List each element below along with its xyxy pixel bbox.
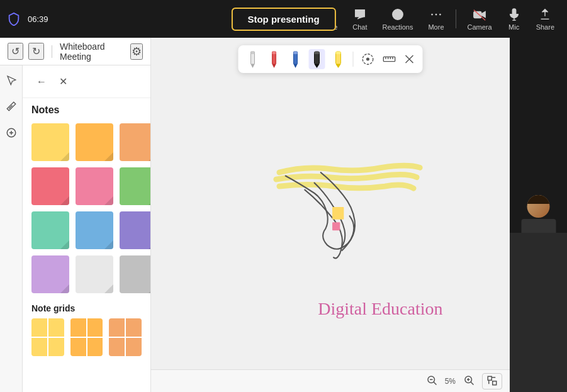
- nav-camera-button[interactable]: Camera: [461, 4, 498, 35]
- camera-view: [510, 38, 567, 392]
- nav-mic-button[interactable]: Mic: [501, 4, 527, 35]
- svg-rect-22: [272, 52, 276, 54]
- note-teal[interactable]: [31, 211, 69, 249]
- note-gray[interactable]: [120, 255, 150, 293]
- ruler-button[interactable]: [381, 51, 398, 67]
- notes-grid: [23, 118, 150, 298]
- stop-presenting-button[interactable]: Stop presenting: [231, 8, 335, 31]
- svg-rect-28: [315, 52, 320, 54]
- select-tool-button[interactable]: [3, 72, 20, 91]
- pen-tool-button[interactable]: [3, 98, 20, 117]
- svg-marker-21: [272, 64, 276, 68]
- notes-section-title: Notes: [23, 98, 150, 118]
- nav-more-label: More: [428, 23, 444, 31]
- yellow-marker-button[interactable]: [330, 49, 347, 69]
- svg-marker-27: [315, 64, 320, 68]
- note-pink[interactable]: [76, 167, 113, 205]
- nav-reactions-button[interactable]: Reactions: [376, 4, 420, 35]
- svg-rect-50: [488, 376, 491, 380]
- nav-share-button[interactable]: Share: [530, 4, 561, 35]
- nav-reactions-label: Reactions: [383, 23, 413, 31]
- redo-button[interactable]: ↻: [28, 43, 44, 60]
- svg-rect-19: [251, 52, 255, 54]
- grids-row: [23, 316, 150, 359]
- drawing-tools-bar: [239, 45, 423, 73]
- shield-icon: [6, 11, 21, 26]
- zoom-in-button[interactable]: [459, 373, 478, 389]
- note-blue[interactable]: [76, 211, 113, 249]
- blue-pencil-button[interactable]: [288, 49, 304, 69]
- note-gray-light[interactable]: [76, 255, 113, 293]
- zoom-bar: 5%: [151, 369, 510, 392]
- nav-chat-label: Chat: [352, 23, 367, 31]
- grid-item-yellow2[interactable]: [70, 318, 103, 356]
- right-panel: [510, 38, 567, 392]
- zoom-out-button[interactable]: [422, 373, 441, 389]
- grid-item-orange[interactable]: [109, 318, 142, 356]
- svg-line-49: [471, 382, 474, 385]
- nav-mic-label: Mic: [508, 23, 519, 31]
- svg-rect-8: [474, 11, 481, 18]
- lasso-select-button[interactable]: [360, 51, 376, 67]
- main-area: ↺ ↻ Whiteboard Meeting ⚙: [0, 38, 567, 392]
- note-lavender[interactable]: [31, 255, 69, 293]
- panel-scroll[interactable]: Notes Note grids: [23, 98, 150, 392]
- note-green[interactable]: [120, 167, 150, 205]
- digital-education-text: Digital Education: [318, 299, 442, 319]
- whiteboard-area: Digital Education 5%: [151, 38, 510, 392]
- svg-point-5: [431, 13, 433, 15]
- panel-back-button[interactable]: ←: [34, 74, 49, 90]
- meeting-title: Whiteboard Meeting: [60, 42, 125, 62]
- nav-share-label: Share: [536, 23, 554, 31]
- zoom-fit-button[interactable]: [482, 373, 502, 389]
- panel-toolbar: ← ✕: [0, 65, 150, 98]
- time-display: 06:39: [28, 14, 48, 24]
- svg-point-7: [439, 13, 441, 15]
- svg-point-6: [435, 13, 437, 15]
- svg-point-33: [367, 58, 369, 60]
- add-tool-button[interactable]: [3, 125, 20, 143]
- nav-chat-button[interactable]: Chat: [346, 4, 373, 35]
- settings-button[interactable]: ⚙: [130, 43, 143, 60]
- svg-rect-51: [493, 381, 497, 384]
- white-pencil-button[interactable]: [245, 49, 261, 69]
- toolbar-divider: [52, 45, 52, 58]
- svg-rect-34: [383, 57, 395, 61]
- black-marker-button[interactable]: [309, 49, 325, 69]
- nav-more-button[interactable]: More: [422, 4, 450, 35]
- svg-rect-42: [332, 222, 340, 230]
- top-bar-right: People Chat Reactions M: [310, 4, 561, 35]
- svg-marker-18: [251, 64, 255, 68]
- whiteboard-canvas[interactable]: Digital Education: [151, 38, 510, 369]
- nav-camera-label: Camera: [468, 23, 492, 31]
- svg-line-45: [434, 382, 437, 385]
- note-yellow-1[interactable]: [31, 123, 69, 161]
- svg-marker-30: [336, 64, 341, 68]
- grid-item-yellow[interactable]: [31, 318, 64, 356]
- undo-button[interactable]: ↺: [8, 43, 23, 60]
- note-grids-title: Note grids: [23, 298, 150, 316]
- red-pencil-button[interactable]: [266, 49, 283, 69]
- stop-presenting-wrap: Stop presenting: [231, 8, 335, 31]
- close-tools-button[interactable]: [403, 52, 417, 66]
- svg-rect-31: [336, 52, 341, 54]
- left-panel: ↺ ↻ Whiteboard Meeting ⚙: [0, 38, 151, 392]
- note-orange[interactable]: [120, 123, 150, 161]
- zoom-level-display: 5%: [445, 377, 456, 386]
- note-purple[interactable]: [120, 211, 150, 249]
- note-red[interactable]: [31, 167, 69, 205]
- note-yellow-2[interactable]: [76, 123, 113, 161]
- drawing-overlay: [151, 38, 510, 369]
- top-bar: 06:39 Stop presenting People Chat: [0, 0, 567, 38]
- svg-rect-25: [294, 52, 298, 54]
- svg-marker-24: [294, 64, 298, 68]
- svg-point-2: [393, 9, 403, 20]
- panel-close-button[interactable]: ✕: [57, 73, 70, 90]
- panel-second-bar: ↺ ↻ Whiteboard Meeting ⚙: [0, 38, 150, 65]
- top-bar-left: 06:39: [6, 11, 57, 26]
- svg-rect-41: [332, 207, 344, 220]
